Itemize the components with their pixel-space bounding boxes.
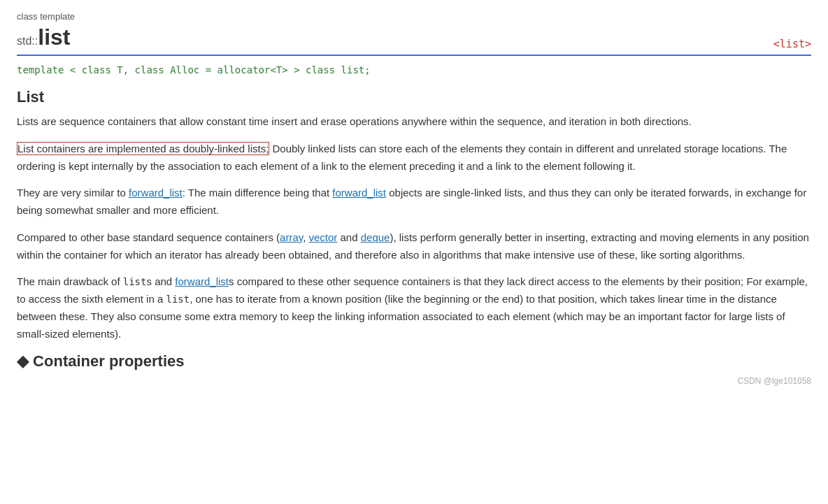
- array-link[interactable]: array: [280, 231, 303, 243]
- p3-middle: : The main difference being that: [183, 187, 333, 199]
- paragraph-2: List containers are implemented as doubl…: [17, 141, 811, 175]
- p4-start: Compared to other base standard sequence…: [17, 231, 280, 243]
- std-prefix: std::: [17, 35, 38, 47]
- title-row: std::list <list>: [17, 24, 811, 56]
- p3-start: They are very similar to: [17, 187, 129, 199]
- template-code: template < class T, class Alloc = alloca…: [17, 64, 811, 75]
- p5-middle: s and: [146, 275, 175, 287]
- paragraph-3: They are very similar to forward_list: T…: [17, 185, 811, 219]
- forward-list-link-2[interactable]: forward_list: [332, 187, 386, 199]
- watermark: CSDN @lge101058: [17, 376, 811, 386]
- p4-and: and: [337, 231, 360, 243]
- section-heading: List: [17, 88, 811, 106]
- p5-start: The main drawback of: [17, 275, 123, 287]
- top-link[interactable]: <list>: [773, 38, 811, 50]
- class-label: class template: [17, 11, 811, 22]
- paragraph-1: Lists are sequence containers that allow…: [17, 113, 811, 131]
- deque-link[interactable]: deque: [361, 231, 390, 243]
- p5-code2: list: [166, 294, 190, 305]
- paragraph-4: Compared to other base standard sequence…: [17, 229, 811, 264]
- forward-list-link-3[interactable]: forward_list: [175, 275, 229, 287]
- paragraph-5: The main drawback of lists and forward_l…: [17, 273, 811, 343]
- std-list-title: std::list: [17, 24, 70, 50]
- p5-code1: list: [123, 276, 147, 287]
- vector-link[interactable]: vector: [308, 231, 337, 243]
- partial-heading: ◆ Container properties: [17, 352, 811, 370]
- highlighted-text: List containers are implemented as doubl…: [17, 142, 269, 155]
- forward-list-link-1[interactable]: forward_list: [129, 187, 183, 199]
